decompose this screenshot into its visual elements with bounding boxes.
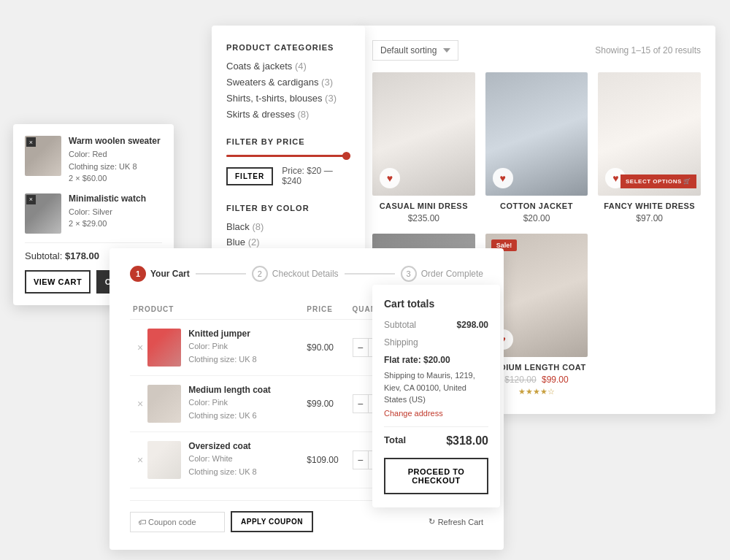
total-label: Total — [384, 434, 406, 448]
step-label-1: Your Cart — [150, 269, 190, 279]
cart-item-details: Oversized coat Color: WhiteClothing size… — [188, 441, 257, 478]
cart-item-details: Medium length coat Color: PinkClothing s… — [188, 385, 271, 422]
product-cell: × Medium length coat Color: PinkClothing… — [133, 385, 301, 423]
view-cart-button[interactable]: VIEW CART — [25, 270, 91, 294]
change-address-link[interactable]: Change address — [384, 409, 488, 418]
mini-cart-item-image: × — [25, 193, 61, 234]
mini-cart-item: × Warm woolen sweater Color: Red Clothin… — [25, 136, 162, 185]
refresh-icon: ↻ — [429, 517, 435, 526]
total-value: $318.00 — [446, 434, 488, 448]
product-price: $97.00 — [598, 213, 701, 223]
category-list: Coats & jackets (4) Sweaters & cardigans… — [226, 61, 350, 120]
cart-item-price: $109.00 — [304, 432, 349, 488]
col-product: PRODUCT — [130, 299, 304, 320]
refresh-cart-button[interactable]: ↻ Refresh Cart — [429, 517, 483, 526]
step-circle-2: 2 — [252, 266, 268, 282]
shipping-value: Flat rate: $20.00 — [384, 355, 488, 365]
total-row: Total $318.00 — [384, 434, 488, 448]
category-item[interactable]: Shirts, t-shirts, blouses (3) — [226, 93, 350, 104]
price-filter: FILTER Price: $20 — $240 — [226, 155, 350, 186]
filter-button[interactable]: FILTER — [226, 167, 273, 185]
product-image-wrap: ♥ — [372, 72, 475, 196]
price-slider-thumb[interactable] — [342, 152, 350, 160]
price-slider-track[interactable] — [226, 155, 350, 157]
category-panel: PRODUCT CATEGORIES Coats & jackets (4) S… — [212, 26, 365, 269]
results-text: Showing 1–15 of 20 results — [595, 45, 701, 55]
color-filter-title: FILTER BY COLOR — [226, 204, 350, 212]
qty-decrease-button[interactable]: − — [353, 450, 369, 469]
apply-coupon-button[interactable]: APPLY COUPON — [231, 511, 313, 532]
color-item[interactable]: Black (8) — [226, 221, 350, 232]
price-range-text: Price: $20 — $240 — [282, 166, 350, 186]
mini-cart-item-meta: Color: Silver 2 × $29.00 — [69, 206, 146, 230]
shipping-row: Shipping — [384, 337, 488, 348]
product-card: ♥ SELECT OPTIONS 🛒 FANCY WHITE DRESS $97… — [598, 72, 701, 223]
step-line-1 — [196, 273, 246, 275]
mini-cart-item-details: Minimalistic watch Color: Silver 2 × $29… — [69, 193, 146, 230]
color-list: Black (8) Blue (2) — [226, 221, 350, 248]
product-cell: × Oversized coat Color: WhiteClothing si… — [133, 441, 301, 479]
price-slider-fill — [226, 155, 350, 157]
select-options-button[interactable]: SELECT OPTIONS 🛒 — [620, 174, 696, 188]
qty-decrease-button[interactable]: − — [353, 338, 369, 357]
mini-cart-item-details: Warm woolen sweater Color: Red Clothing … — [69, 136, 161, 185]
subtotal-row: Subtotal $298.00 — [384, 320, 488, 330]
product-price: $235.00 — [372, 213, 475, 223]
step-circle-1: 1 — [130, 266, 146, 282]
cart-item-meta: Color: PinkClothing size: UK 8 — [188, 340, 257, 366]
cart-item-meta: Color: WhiteClothing size: UK 8 — [188, 453, 257, 478]
step-circle-3: 3 — [401, 266, 417, 282]
cart-item-image — [147, 385, 181, 423]
cart-steps: 1 Your Cart 2 Checkout Details 3 Order C… — [130, 266, 483, 282]
coupon-input[interactable] — [130, 512, 225, 532]
subtotal-value: $298.00 — [457, 320, 488, 330]
product-name: CASUAL MINI DRESS — [372, 202, 475, 210]
cart-item-image — [147, 441, 181, 479]
step-checkout: 2 Checkout Details — [252, 266, 339, 282]
cart-totals: Cart totals Subtotal $298.00 Shipping Fl… — [372, 285, 500, 507]
category-item[interactable]: Skirts & dresses (8) — [226, 109, 350, 120]
categories-title: PRODUCT CATEGORIES — [226, 43, 350, 52]
color-item[interactable]: Blue (2) — [226, 237, 350, 248]
product-price: $20.00 — [485, 213, 588, 223]
mini-cart-item-image: × — [25, 136, 61, 176]
step-label-2: Checkout Details — [272, 269, 339, 279]
grid-header: Default sorting Showing 1–15 of 20 resul… — [372, 40, 701, 61]
subtotal-label: Subtotal — [384, 320, 416, 330]
remove-item-button[interactable]: × — [133, 454, 147, 466]
wishlist-button[interactable]: ♥ — [380, 168, 400, 188]
qty-decrease-button[interactable]: − — [353, 394, 369, 413]
category-item[interactable]: Coats & jackets (4) — [226, 61, 350, 72]
step-label-3: Order Complete — [421, 269, 483, 279]
category-item[interactable]: Sweaters & cardigans (3) — [226, 77, 350, 88]
cart-totals-title: Cart totals — [384, 298, 488, 310]
step-complete: 3 Order Complete — [401, 266, 483, 282]
cart-item-details: Knitted jumper Color: PinkClothing size:… — [188, 329, 257, 366]
cart-item-name: Knitted jumper — [188, 329, 257, 339]
product-image-wrap: ♥ — [485, 72, 588, 196]
mini-cart-remove-btn[interactable]: × — [26, 195, 36, 204]
sort-select[interactable]: Default sorting — [372, 40, 458, 61]
product-card: ♥ COTTON JACKET $20.00 — [485, 72, 588, 223]
remove-item-button[interactable]: × — [133, 398, 147, 410]
cart-item-meta: Color: PinkClothing size: UK 6 — [188, 396, 271, 422]
coupon-area: APPLY COUPON — [130, 511, 313, 532]
remove-item-button[interactable]: × — [133, 342, 147, 353]
mini-cart-item: × Minimalistic watch Color: Silver 2 × $… — [25, 193, 162, 234]
cart-item-name: Medium length coat — [188, 385, 271, 395]
product-image-wrap: ♥ SELECT OPTIONS 🛒 — [598, 72, 701, 196]
cart-item-image — [147, 329, 181, 367]
mini-cart-remove-btn[interactable]: × — [26, 137, 36, 147]
col-price: PRICE — [304, 299, 349, 320]
cart-item-price: $90.00 — [304, 320, 349, 376]
cart-item-name: Oversized coat — [188, 441, 257, 451]
shipping-detail: Shipping to Mauris, 1219, Kiev, CA 00100… — [384, 369, 488, 406]
step-line-2 — [345, 273, 395, 275]
product-name: COTTON JACKET — [485, 202, 588, 210]
mini-cart-item-meta: Color: Red Clothing size: UK 8 2 × $60.0… — [69, 148, 161, 185]
mini-cart-item-name: Warm woolen sweater — [69, 136, 161, 146]
cart-item-price: $99.00 — [304, 376, 349, 432]
wishlist-button[interactable]: ♥ — [493, 168, 513, 188]
price-filter-title: FILTER BY PRICE — [226, 137, 350, 146]
proceed-checkout-button[interactable]: Proceed to checkout — [384, 458, 488, 494]
